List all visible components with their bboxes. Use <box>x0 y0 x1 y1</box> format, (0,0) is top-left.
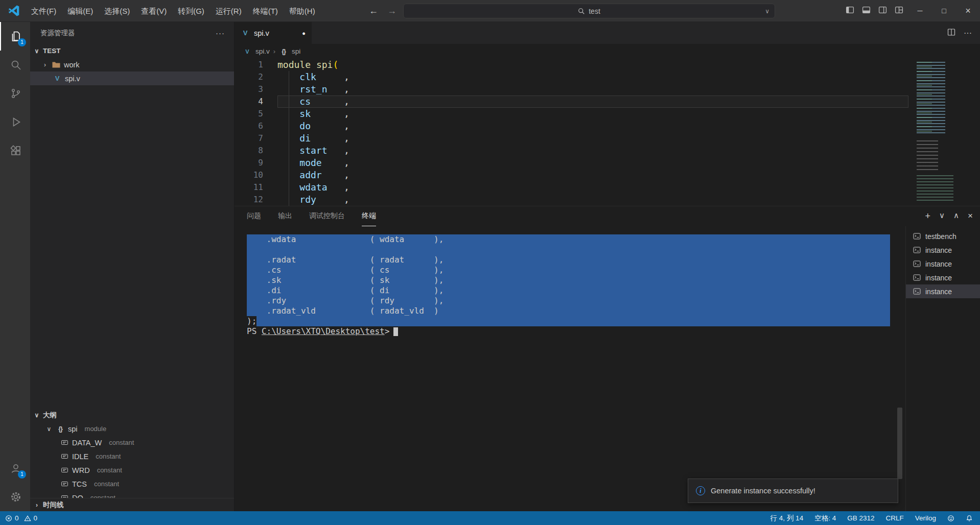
code-line[interactable]: rdy , <box>277 194 908 206</box>
minimize-button[interactable]: ─ <box>908 0 932 22</box>
menu-item[interactable]: 终端(T) <box>247 0 284 21</box>
terminal-scrollbar[interactable] <box>897 408 902 479</box>
customize-layout-icon[interactable] <box>895 6 903 16</box>
code-line[interactable]: do , <box>277 120 908 132</box>
menu-item[interactable]: 文件(F) <box>26 0 62 21</box>
panel-tab-输出[interactable]: 输出 <box>278 206 292 226</box>
forward-button[interactable]: → <box>387 6 396 16</box>
explorer-icon[interactable]: 1 <box>0 22 30 51</box>
command-center-search[interactable]: test ∨ <box>403 4 775 18</box>
eol-sequence[interactable]: CRLF <box>880 511 909 525</box>
indentation[interactable]: 空格: 4 <box>809 511 842 525</box>
tree-item-work[interactable]: ›work <box>30 58 234 71</box>
menu-item[interactable]: 编辑(E) <box>62 0 99 21</box>
code-editor[interactable]: 123456789101112 module spi( clk , rst_n … <box>235 59 980 206</box>
new-terminal-button[interactable]: + <box>925 211 931 222</box>
terminal-row: .rdy ( rdy ), <box>247 296 890 306</box>
constant-icon <box>60 494 69 498</box>
toggle-sidebar-icon[interactable] <box>846 6 854 16</box>
constant-icon <box>60 452 69 460</box>
explorer-section-test[interactable]: ∨ TEST <box>30 44 234 58</box>
close-button[interactable]: × <box>956 0 980 22</box>
code-line[interactable]: rst_n , <box>277 83 908 96</box>
maximize-button[interactable]: □ <box>932 0 956 22</box>
source-control-icon[interactable] <box>0 79 30 108</box>
chevron-right-icon: › <box>273 47 275 55</box>
terminal-session-instance[interactable]: instance <box>906 257 980 271</box>
outline-item-DO[interactable]: DOconstant <box>30 491 234 498</box>
info-icon: i <box>696 486 705 495</box>
explorer-tree: ›workVspi.v <box>30 58 234 85</box>
line-number: 1 <box>235 59 263 71</box>
chevron-down-icon: ∨ <box>45 425 53 433</box>
terminal-session-testbench[interactable]: testbench <box>906 229 980 243</box>
code-line[interactable]: sk , <box>277 108 908 120</box>
tab-spi-v[interactable]: V spi.v ● <box>235 22 312 44</box>
timeline-header[interactable]: › 时间线 <box>30 498 234 511</box>
breadcrumb-symbol[interactable]: spi <box>292 47 300 55</box>
menu-item[interactable]: 选择(S) <box>99 0 135 21</box>
search-sidebar-icon[interactable] <box>0 51 30 79</box>
code-line[interactable]: start , <box>277 145 908 157</box>
menu-item[interactable]: 运行(R) <box>210 0 247 21</box>
minimap[interactable] <box>913 61 965 203</box>
code-line[interactable]: module spi( <box>277 59 908 71</box>
close-panel-icon[interactable]: × <box>968 211 973 222</box>
run-debug-icon[interactable] <box>0 108 30 136</box>
outline-item-IDLE[interactable]: IDLEconstant <box>30 449 234 463</box>
explorer-more-actions-icon[interactable]: ··· <box>216 29 225 37</box>
notifications-bell-icon[interactable] <box>960 515 980 522</box>
cursor-position[interactable]: 行 4, 列 14 <box>765 511 809 525</box>
code-line[interactable]: mode , <box>277 157 908 169</box>
code-line[interactable]: cs , <box>277 96 908 108</box>
chevron-right-icon: › <box>33 502 40 509</box>
editor-gutter: 123456789101112 <box>235 59 277 206</box>
breadcrumb: V spi.v › {} spi <box>235 44 980 59</box>
panel-tab-问题[interactable]: 问题 <box>247 206 261 226</box>
toggle-panel-icon[interactable] <box>862 6 871 16</box>
back-button[interactable]: ← <box>369 6 378 16</box>
outline-item-spi[interactable]: ∨{}spimodule <box>30 422 234 436</box>
outline-header[interactable]: ∨ 大纲 <box>30 408 234 422</box>
terminal-session-instance[interactable]: instance <box>906 284 980 298</box>
sidebar: 资源管理器 ··· ∨ TEST ›workVspi.v ∨ 大纲 ∨{}spi… <box>30 22 235 511</box>
outline-section: ∨ 大纲 ∨{}spimoduleDATA_WconstantIDLEconst… <box>30 408 234 498</box>
prompt-path-link[interactable]: C:\Users\XTQ\Desktop\test <box>262 326 385 336</box>
feedback-icon[interactable] <box>942 515 960 522</box>
title-bar: 文件(F)编辑(E)选择(S)查看(V)转到(G)运行(R)终端(T)帮助(H)… <box>0 0 980 22</box>
maximize-panel-icon[interactable]: ∧ <box>953 211 959 222</box>
code-line[interactable]: wdata , <box>277 181 908 194</box>
extensions-icon[interactable] <box>0 136 30 165</box>
breadcrumb-file[interactable]: spi.v <box>255 47 270 55</box>
panel-tab-调试控制台[interactable]: 调试控制台 <box>309 206 345 226</box>
terminal-session-label: instance <box>925 260 952 268</box>
menu-item[interactable]: 转到(G) <box>172 0 210 21</box>
terminal-profile-dropdown-icon[interactable]: ∨ <box>939 211 945 222</box>
toggle-secondary-sidebar-icon[interactable] <box>878 6 887 16</box>
panel-tab-终端[interactable]: 终端 <box>362 206 376 226</box>
menu-item[interactable]: 查看(V) <box>135 0 172 21</box>
modified-dot-icon[interactable]: ● <box>302 30 306 36</box>
outline-item-TCS[interactable]: TCSconstant <box>30 477 234 491</box>
tree-item-label: work <box>64 61 80 69</box>
terminal-view[interactable]: .wdata ( wdata ), .radat ( radat ), .cs … <box>235 226 980 511</box>
code-line[interactable]: di , <box>277 132 908 145</box>
split-editor-icon[interactable] <box>947 28 955 38</box>
terminal-session-instance[interactable]: instance <box>906 271 980 284</box>
encoding[interactable]: GB 2312 <box>842 511 880 525</box>
outline-item-DATA_W[interactable]: DATA_Wconstant <box>30 436 234 449</box>
chevron-down-icon[interactable]: ∨ <box>765 8 769 15</box>
menu-bar: 文件(F)编辑(E)选择(S)查看(V)转到(G)运行(R)终端(T)帮助(H) <box>26 0 321 21</box>
editor-more-actions-icon[interactable]: ··· <box>964 29 972 38</box>
language-mode[interactable]: Verilog <box>909 511 942 525</box>
terminal-session-instance[interactable]: instance <box>906 243 980 257</box>
code-line[interactable]: addr , <box>277 169 908 181</box>
settings-gear-icon[interactable] <box>0 483 30 511</box>
outline-item-WRD[interactable]: WRDconstant <box>30 463 234 477</box>
code-line[interactable]: clk , <box>277 71 908 83</box>
tree-item-spi.v[interactable]: Vspi.v <box>30 71 234 85</box>
menu-item[interactable]: 帮助(H) <box>284 0 321 21</box>
problems-status[interactable]: 0 0 <box>0 514 37 522</box>
account-icon[interactable]: 1 <box>0 454 30 483</box>
chevron-right-icon: › <box>41 61 49 68</box>
